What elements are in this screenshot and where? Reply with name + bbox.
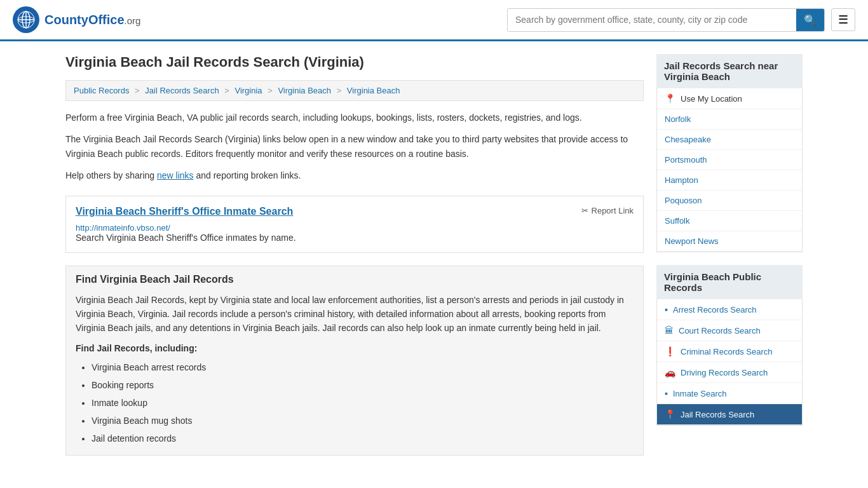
page-title: Virginia Beach Jail Records Search (Virg… (65, 54, 644, 71)
find-records-list-title: Find Jail Records, including: (76, 343, 634, 353)
report-link-label: Report Link (592, 206, 634, 215)
record-title-link[interactable]: Virginia Beach Sheriff's Office Inmate S… (76, 206, 293, 217)
driving-records-icon: 🚗 (665, 367, 675, 377)
list-item: Booking reports (92, 376, 634, 394)
breadcrumb-jail-records-search[interactable]: Jail Records Search (145, 86, 219, 95)
breadcrumb-virginia-beach-1[interactable]: Virginia Beach (278, 86, 331, 95)
list-item: Virginia Beach mug shots (92, 412, 634, 430)
record-description: Search Virginia Beach Sheriff's Office i… (76, 233, 634, 243)
report-icon: ✂ (581, 206, 588, 215)
chesapeake-label: Chesapeake (665, 135, 711, 144)
jail-records-icon: 📍 (665, 409, 675, 419)
search-input[interactable] (508, 10, 796, 30)
sidebar-item-chesapeake[interactable]: Chesapeake (657, 130, 802, 150)
norfolk-label: Norfolk (665, 114, 691, 124)
court-records-icon: 🏛 (665, 325, 674, 336)
portsmouth-label: Portsmouth (665, 155, 707, 165)
sidebar-item-portsmouth[interactable]: Portsmouth (657, 150, 802, 170)
main-container: Virginia Beach Jail Records Search (Virg… (53, 41, 815, 468)
inmate-search-label: Inmate Search (673, 389, 727, 398)
intro-paragraph-3: Help others by sharing new links and rep… (65, 168, 644, 182)
criminal-records-icon: ❗ (665, 346, 675, 356)
breadcrumb-sep-3: > (268, 86, 273, 95)
breadcrumb-virginia[interactable]: Virginia (234, 86, 262, 95)
hampton-label: Hampton (665, 175, 698, 185)
breadcrumb: Public Records > Jail Records Search > V… (65, 80, 644, 101)
intro-paragraph-2: The Virginia Beach Jail Records Search (… (65, 132, 644, 161)
suffolk-label: Suffolk (665, 216, 690, 226)
intro-paragraph-1: Perform a free Virginia Beach, VA public… (65, 111, 644, 125)
logo-wordmark: CountyOffice.org (44, 13, 140, 27)
breadcrumb-virginia-beach-2[interactable]: Virginia Beach (347, 86, 400, 95)
logo[interactable]: CountyOffice.org (13, 6, 140, 33)
sidebar-item-use-location[interactable]: 📍 Use My Location (657, 88, 802, 109)
site-header: CountyOffice.org 🔍 ☰ (0, 0, 868, 41)
criminal-records-label: Criminal Records Search (681, 347, 773, 356)
record-url[interactable]: http://inmateinfo.vbso.net/ (76, 223, 170, 233)
newport-news-label: Newport News (665, 236, 719, 246)
find-records-list: Virginia Beach arrest records Booking re… (76, 358, 634, 447)
hamburger-icon: ☰ (838, 13, 848, 26)
sidebar-item-jail-records[interactable]: 📍 Jail Records Search (657, 404, 802, 425)
find-records-title: Find Virginia Beach Jail Records (76, 274, 634, 285)
sidebar-item-court-records[interactable]: 🏛 Court Records Search (657, 320, 802, 341)
location-pin-icon: 📍 (665, 93, 675, 104)
content-area: Virginia Beach Jail Records Search (Virg… (65, 54, 644, 456)
breadcrumb-public-records[interactable]: Public Records (74, 86, 129, 95)
sidebar-jail-list: 📍 Use My Location Norfolk Chesapeake Por… (656, 88, 803, 252)
menu-button[interactable]: ☰ (831, 8, 855, 31)
search-button[interactable]: 🔍 (796, 9, 824, 31)
breadcrumb-sep-4: > (337, 86, 342, 95)
sidebar-public-records-list: ▪ Arrest Records Search 🏛 Court Records … (656, 299, 803, 426)
driving-records-label: Driving Records Search (681, 368, 768, 377)
jail-records-label: Jail Records Search (681, 410, 754, 419)
sidebar-jail-section: Jail Records Search near Virginia Beach … (656, 54, 803, 252)
search-icon: 🔍 (804, 15, 817, 25)
record-card-header: Virginia Beach Sheriff's Office Inmate S… (76, 206, 634, 217)
sidebar-item-suffolk[interactable]: Suffolk (657, 211, 802, 231)
sidebar-public-records-section: Virginia Beach Public Records ▪ Arrest R… (656, 265, 803, 426)
record-card: Virginia Beach Sheriff's Office Inmate S… (65, 196, 644, 253)
header-right: 🔍 ☰ (507, 8, 855, 32)
logo-icon (13, 6, 39, 33)
sidebar-item-driving-records[interactable]: 🚗 Driving Records Search (657, 362, 802, 383)
list-item: Jail detention records (92, 430, 634, 447)
poquoson-label: Poquoson (665, 196, 702, 205)
sidebar-item-norfolk[interactable]: Norfolk (657, 109, 802, 130)
sidebar-item-poquoson[interactable]: Poquoson (657, 191, 802, 211)
list-item: Inmate lookup (92, 394, 634, 412)
new-links-link[interactable]: new links (157, 170, 194, 180)
sidebar-item-arrest-records[interactable]: ▪ Arrest Records Search (657, 299, 802, 320)
search-bar: 🔍 (507, 8, 825, 32)
sidebar-jail-title: Jail Records Search near Virginia Beach (656, 54, 803, 88)
sidebar: Jail Records Search near Virginia Beach … (656, 54, 803, 456)
list-item: Virginia Beach arrest records (92, 358, 634, 376)
inmate-search-icon: ▪ (665, 388, 668, 398)
breadcrumb-sep-1: > (135, 86, 140, 95)
use-location-label: Use My Location (681, 94, 742, 104)
arrest-records-icon: ▪ (665, 304, 668, 315)
find-records-description: Virginia Beach Jail Records, kept by Vir… (76, 293, 634, 336)
sidebar-item-newport-news[interactable]: Newport News (657, 231, 802, 252)
court-records-label: Court Records Search (679, 326, 761, 336)
sidebar-item-inmate-search[interactable]: ▪ Inmate Search (657, 383, 802, 404)
sidebar-item-hampton[interactable]: Hampton (657, 170, 802, 191)
report-link-button[interactable]: ✂ Report Link (581, 206, 634, 215)
find-records-section: Find Virginia Beach Jail Records Virgini… (65, 266, 644, 456)
sidebar-item-criminal-records[interactable]: ❗ Criminal Records Search (657, 341, 802, 362)
sidebar-public-records-title: Virginia Beach Public Records (656, 265, 803, 299)
arrest-records-label: Arrest Records Search (673, 305, 757, 315)
breadcrumb-sep-2: > (224, 86, 229, 95)
